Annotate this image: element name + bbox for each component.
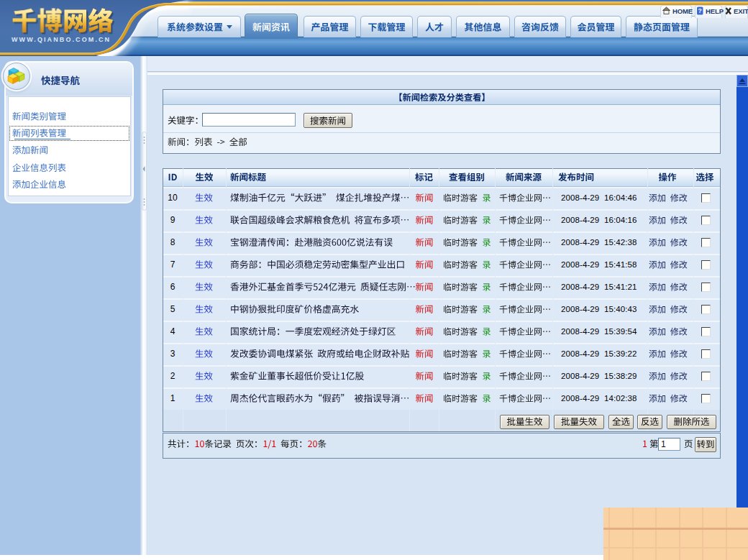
svg-text:?: ? [698, 7, 702, 14]
